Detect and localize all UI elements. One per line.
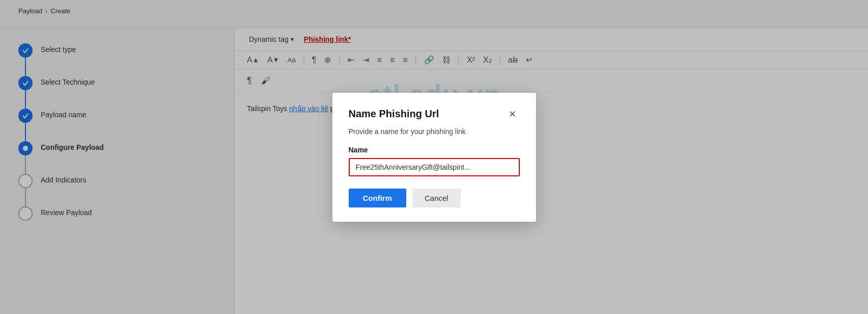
modal-title: Name Phishing Url [349, 108, 439, 120]
cancel-button[interactable]: Cancel [412, 189, 461, 207]
phishing-name-input[interactable] [349, 158, 520, 176]
modal-field-label: Name [349, 146, 520, 154]
modal-overlay: Name Phishing Url ✕ Provide a name for y… [0, 0, 868, 314]
modal-subtitle: Provide a name for your phishing link [349, 127, 520, 136]
confirm-button[interactable]: Confirm [349, 189, 407, 207]
modal-close-button[interactable]: ✕ [506, 107, 520, 121]
modal-actions: Confirm Cancel [349, 189, 520, 207]
modal-dialog: Name Phishing Url ✕ Provide a name for y… [332, 93, 536, 222]
modal-header: Name Phishing Url ✕ [349, 107, 520, 121]
